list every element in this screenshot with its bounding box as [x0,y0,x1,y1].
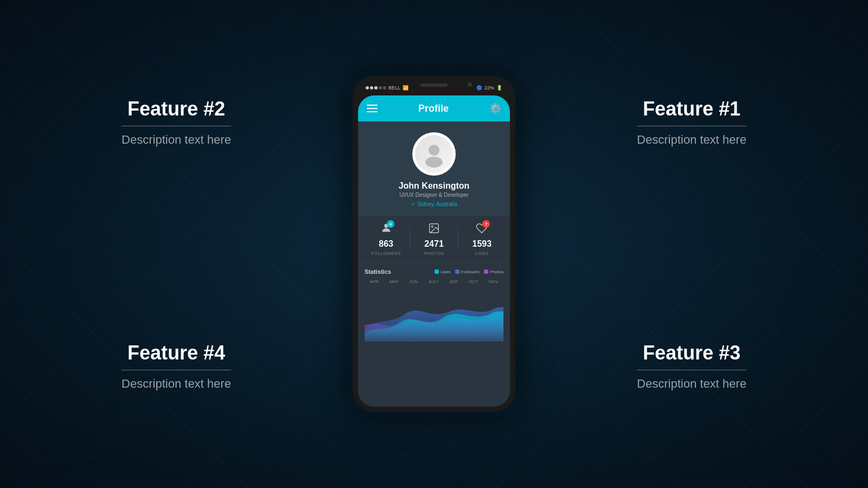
user-name: John Kensington [399,181,470,191]
legend-likes-dot [435,269,439,274]
signal-dot-2 [370,86,373,89]
feature-2-divider [122,126,231,126]
legend-followers-label: Followers [461,269,480,274]
phone-wrapper: BELL 📶 🔵 22% 🔋 Profile [353,76,515,412]
feature-3-desc: Description text here [637,377,746,391]
legend-likes-label: Likes [441,269,451,274]
app-title: Profile [418,103,449,114]
feature-2-title: Feature #2 [122,98,231,120]
feature-3-card: Feature #3 Description text here [615,331,768,402]
followers-count: 863 [379,239,393,249]
month-sep: SEP [449,279,458,284]
chart-months: APR MAY JUN JULY SEP OCT NOV [365,279,503,284]
image-icon [428,222,440,234]
followers-badge: 4 [387,220,394,228]
signal-dot-1 [366,86,369,89]
page-layout: Feature #2 Description text here BELL [0,0,868,488]
phone-status-right: 🔵 22% 🔋 [476,85,502,91]
month-nov: NOV [489,279,498,284]
chart-area [365,287,503,342]
legend-photos-dot [484,269,488,274]
feature-4-desc: Description text here [122,377,231,391]
svg-point-0 [429,145,439,156]
photos-count: 2471 [424,239,444,249]
photos-icon [428,222,440,237]
month-jun: JUN [409,279,418,284]
settings-icon[interactable]: ⚙️ [489,102,501,114]
legend-likes: Likes [435,269,451,274]
wifi-icon: 📶 [403,85,409,91]
user-location: ✓ Sidney, Australia [411,201,457,207]
month-oct: OCT [469,279,478,284]
hamburger-line-3 [367,111,378,112]
followers-stat[interactable]: 4 863 FOLLOWERS [362,222,410,256]
svg-point-1 [425,157,443,168]
signal-dot-3 [374,86,378,89]
carrier-label: BELL [388,85,400,91]
signal-dots [366,86,386,89]
photos-label: PHOTOS [424,251,444,256]
battery-icon: 🔋 [496,85,502,91]
phone-camera [468,82,472,87]
location-check-icon: ✓ [411,201,415,207]
feature-1-card: Feature #1 Description text here [615,87,768,158]
legend-photos: Photos [484,269,503,274]
phone-screen: Profile ⚙️ ‹ › [358,95,510,407]
feature-1-title: Feature #1 [637,98,746,120]
signal-dot-5 [383,86,386,89]
month-july: JULY [429,279,439,284]
month-apr: APR [370,279,379,284]
feature-4-divider [122,370,231,370]
avatar-inner [415,135,453,173]
likes-stat[interactable]: 7 1593 LIKES [458,222,506,256]
chart-legend: Likes Followers Photos [435,269,503,274]
phone-status-left: BELL 📶 [366,85,409,91]
battery-label: 22% [484,85,494,91]
likes-count: 1593 [473,239,492,249]
location-text: Sidney, Australia [417,201,457,207]
hamburger-line-2 [367,108,378,109]
feature-3-title: Feature #3 [637,342,746,364]
legend-photos-label: Photos [490,269,503,274]
legend-followers: Followers [455,269,480,274]
chart-title: Statistics [365,268,391,275]
chart-section: Statistics Likes Followers [358,263,510,407]
chart-svg [365,287,503,342]
user-job-title: UI/UX Designer & Developer [399,192,468,198]
signal-dot-4 [379,86,382,89]
month-may: MAY [390,279,399,284]
profile-section: John Kensington UI/UX Designer & Develop… [358,121,510,216]
likes-badge: 7 [482,220,490,228]
photos-stat[interactable]: 2471 PHOTOS [410,222,457,256]
feature-1-divider [637,126,746,126]
legend-followers-dot [455,269,459,274]
feature-1-desc: Description text here [637,133,746,147]
app-header: Profile ⚙️ [358,95,510,121]
avatar-image [420,140,448,168]
phone-device: BELL 📶 🔵 22% 🔋 Profile [353,76,515,412]
chart-header: Statistics Likes Followers [365,268,503,275]
followers-label: FOLLOWERS [371,251,401,256]
avatar [412,132,456,176]
svg-point-4 [431,226,433,227]
feature-3-divider [637,370,746,370]
phone-speaker [420,84,448,87]
followers-icon: 4 [380,222,392,237]
feature-2-card: Feature #2 Description text here [100,87,253,158]
likes-label: LIKES [475,251,489,256]
hamburger-line-1 [367,105,378,106]
hamburger-menu-button[interactable] [367,105,378,112]
likes-icon: 7 [476,222,488,237]
bluetooth-icon: 🔵 [476,85,482,91]
feature-2-desc: Description text here [122,133,231,147]
feature-4-card: Feature #4 Description text here [100,331,253,402]
profile-nav-container: ‹ › John Kensington [358,121,510,216]
stats-section: 4 863 FOLLOWERS [358,216,510,263]
feature-4-title: Feature #4 [122,342,231,364]
